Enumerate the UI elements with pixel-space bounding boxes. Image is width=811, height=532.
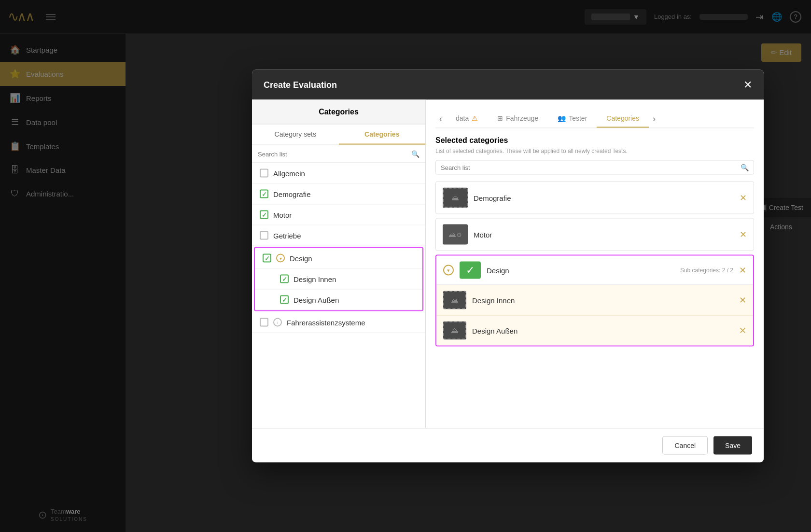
tab-categories[interactable]: Categories [339, 125, 426, 145]
category-label: Design Innen [294, 275, 336, 283]
wizard-tab-categories[interactable]: Categories [597, 110, 649, 128]
list-item[interactable]: Design Außen [255, 290, 422, 310]
category-label: Getriebe [273, 231, 301, 239]
modal-body: Categories Category sets Categories 🔍 Al… [252, 100, 764, 428]
right-search-input[interactable] [441, 164, 741, 171]
category-label: Fahrerassistenzsysteme [287, 318, 365, 326]
checkbox-design-aussen[interactable] [280, 295, 289, 304]
remove-motor-button[interactable]: ✕ [740, 229, 747, 240]
selected-sub-cat-label: Design Außen [472, 326, 733, 335]
checkbox-design-innen[interactable] [280, 275, 289, 283]
wizard-tab-fahrzeuge[interactable]: ⊞ Fahrzeuge [488, 110, 548, 128]
wizard-tabs: ‹ data ⚠ ⊞ Fahrzeuge 👥 Tester Categories… [435, 110, 754, 128]
selected-item-demografie: Demografie ✕ [435, 182, 754, 214]
list-item[interactable]: ▾ Design [255, 248, 422, 269]
selected-categories-subtitle: List of selected categories. These will … [435, 148, 754, 154]
right-panel: ‹ data ⚠ ⊞ Fahrzeuge 👥 Tester Categories… [426, 100, 764, 428]
chevron-right-icon[interactable]: › [273, 318, 282, 327]
tab-category-sets[interactable]: Category sets [252, 125, 339, 145]
category-label: Design [290, 254, 312, 262]
people-icon: 👥 [558, 114, 566, 122]
remove-demografie-button[interactable]: ✕ [740, 193, 747, 203]
selected-item-motor: ⚙ Motor ✕ [435, 218, 754, 251]
cancel-button[interactable]: Cancel [662, 436, 708, 455]
modal-footer: Cancel Save [252, 428, 764, 462]
selected-categories-title: Selected categories [435, 136, 754, 145]
list-item[interactable]: › Fahrerassistenzsysteme [252, 312, 425, 333]
selected-cat-label: Design [487, 266, 674, 274]
remove-design-aussen-button[interactable]: ✕ [739, 325, 746, 336]
selected-cat-label: Demografie [474, 194, 734, 202]
right-search-row: 🔍 [435, 160, 754, 175]
selected-sub-cat-label: Design Innen [472, 296, 733, 304]
chevron-down-icon[interactable]: ▾ [276, 254, 285, 263]
left-panel: Categories Category sets Categories 🔍 Al… [252, 100, 426, 428]
tab-label: Categories [606, 114, 639, 122]
tab-label: Tester [569, 114, 587, 122]
sub-categories-label: Sub categories: 2 / 2 [680, 267, 733, 274]
grid-icon: ⊞ [497, 114, 503, 122]
tab-label: data [456, 114, 469, 122]
list-item[interactable]: Motor [252, 205, 425, 225]
wizard-tab-data[interactable]: data ⚠ [446, 110, 488, 128]
remove-design-innen-button[interactable]: ✕ [739, 295, 746, 306]
demografie-thumbnail [443, 188, 468, 208]
checkbox-getriebe[interactable] [260, 231, 268, 240]
list-item[interactable]: Design Innen [255, 269, 422, 290]
checkbox-allgemein[interactable] [260, 169, 268, 178]
warning-icon: ⚠ [472, 114, 478, 122]
create-evaluation-modal: Create Evaluation ✕ Categories Category … [252, 70, 764, 462]
search-icon[interactable]: 🔍 [741, 164, 749, 171]
category-label: Design Außen [294, 295, 339, 304]
wizard-prev-button[interactable]: ‹ [435, 112, 446, 126]
category-label: Motor [273, 210, 292, 219]
list-item[interactable]: Allgemein [252, 163, 425, 184]
design-aussen-thumbnail [443, 322, 466, 340]
checkbox-design[interactable] [263, 254, 271, 263]
save-button[interactable]: Save [713, 436, 752, 455]
chevron-down-yellow-icon[interactable]: ▾ [443, 265, 454, 276]
selected-item-design-group: ▾ ✓ Design Sub categories: 2 / 2 ✕ Desig… [435, 255, 754, 347]
modal-header: Create Evaluation ✕ [252, 70, 764, 100]
selected-sub-item-design-aussen: Design Außen ✕ [436, 316, 753, 346]
category-label: Demografie [273, 190, 311, 198]
motor-thumbnail: ⚙ [443, 224, 468, 245]
modal-title: Create Evaluation [264, 80, 337, 90]
list-item[interactable]: Demografie [252, 184, 425, 205]
wizard-tab-tester[interactable]: 👥 Tester [548, 110, 597, 128]
category-search-row: 🔍 [252, 145, 425, 163]
wizard-next-button[interactable]: › [649, 112, 659, 126]
checkbox-motor[interactable] [260, 210, 268, 219]
design-group-highlighted: ▾ Design Design Innen Design Außen [254, 247, 423, 311]
category-label: Allgemein [273, 169, 305, 177]
design-thumbnail: ✓ [460, 262, 481, 279]
modal-close-button[interactable]: ✕ [743, 79, 752, 91]
category-list: Allgemein Demografie Motor Getriebe [252, 163, 425, 428]
checkbox-demografie[interactable] [260, 190, 268, 198]
design-sub-list: Design Innen ✕ Design Außen ✕ [436, 285, 753, 346]
list-item[interactable]: Getriebe [252, 225, 425, 246]
category-tabs: Category sets Categories [252, 125, 425, 145]
remove-design-button[interactable]: ✕ [739, 265, 746, 276]
selected-sub-item-design-innen: Design Innen ✕ [436, 285, 753, 316]
tab-label: Fahrzeuge [506, 114, 538, 122]
design-innen-thumbnail [443, 291, 466, 309]
category-search-input[interactable] [258, 150, 407, 157]
checkbox-fahrerassistenzsysteme[interactable] [260, 318, 268, 327]
left-panel-header: Categories [252, 100, 425, 125]
search-icon[interactable]: 🔍 [411, 150, 419, 158]
selected-cat-label: Motor [474, 230, 734, 238]
